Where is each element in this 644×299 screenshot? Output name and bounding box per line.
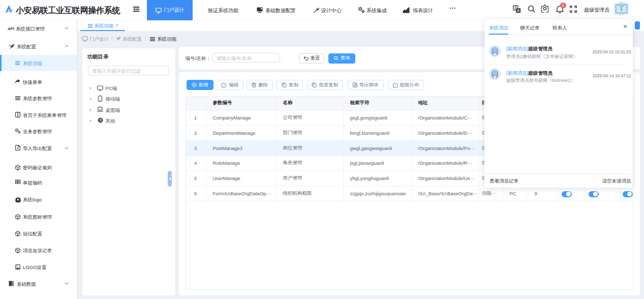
svg-text:API: API <box>8 26 14 31</box>
svg-text:?: ? <box>99 118 101 122</box>
